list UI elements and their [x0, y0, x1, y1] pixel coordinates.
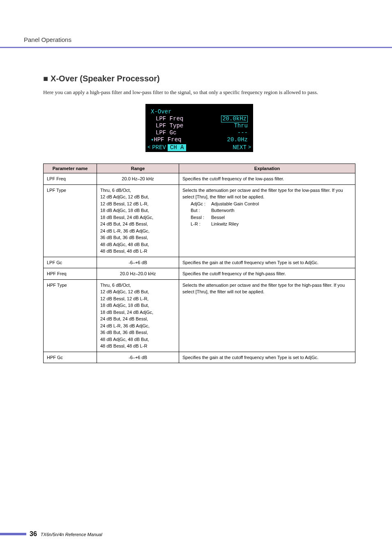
- lcd-label: LPF Type: [151, 122, 183, 129]
- lcd-value: Thru: [234, 122, 248, 129]
- footer-text: 36 TX6n/5n/4n Reference Manual: [30, 530, 102, 538]
- lcd-label: LPF Gc: [151, 129, 176, 136]
- lcd-value: ---: [238, 129, 248, 136]
- table-row: HPF Freq20.0 Hz–20.0 kHzSpecifies the cu…: [44, 268, 355, 280]
- table-row: LPF TypeThru, 6 dB/Oct,12 dB AdjGc, 12 d…: [44, 184, 355, 257]
- th-name: Parameter name: [44, 164, 97, 173]
- table-header-row: Parameter name Range Explanation: [44, 164, 355, 173]
- header-rule: [0, 47, 392, 48]
- lcd-row-1: LPF Type Thru: [148, 122, 251, 129]
- cell-name: LPF Type: [44, 184, 97, 257]
- section-title: ■X-Over (Speaker Processor): [43, 74, 355, 83]
- lcd-row-2: LPF Gc ---: [148, 129, 251, 136]
- bullet-square-icon: ■: [43, 74, 48, 83]
- section-intro: Here you can apply a high-pass filter an…: [43, 89, 355, 96]
- cell-explanation: Selects the attenuation per octave and t…: [179, 279, 355, 352]
- def-row: AdjGc :Adjustable Gain Control: [191, 200, 352, 207]
- chevron-left-icon: <: [148, 144, 150, 151]
- cell-range: 20.0 Hz–20 kHz: [97, 173, 179, 185]
- lcd-screen: X-Over LPF Freq 20.0kHz LPF Type Thru LP…: [145, 104, 253, 152]
- lcd-value: 20.0Hz: [227, 136, 248, 144]
- cell-name: HPF Gc: [44, 352, 97, 363]
- cell-range: Thru, 6 dB/Oct,12 dB AdjGc, 12 dB But,12…: [97, 279, 179, 352]
- def-row: Bessl :Bessel: [191, 214, 352, 221]
- lcd-title: X-Over: [151, 108, 171, 115]
- cell-range: 20.0 Hz–20.0 kHz: [97, 268, 179, 280]
- cell-range: -6–+6 dB: [97, 257, 179, 268]
- cell-name: LPF Freq: [44, 173, 97, 185]
- lcd-label: HPF Freq: [154, 136, 181, 143]
- cell-name: LPF Gc: [44, 257, 97, 268]
- th-explanation: Explanation: [179, 164, 355, 173]
- lcd-value: 20.0kHz: [221, 115, 248, 122]
- footer-bar: [0, 533, 26, 535]
- th-range: Range: [97, 164, 179, 173]
- lcd-prev: PREV: [150, 144, 168, 151]
- table-row: LPF Freq20.0 Hz–20 kHzSpecifies the cuto…: [44, 173, 355, 185]
- header-title: Panel Operations: [24, 36, 71, 43]
- chevron-right-icon: >: [248, 144, 251, 151]
- table-row: HPF Gc-6–+6 dBSpecifies the gain at the …: [44, 352, 355, 363]
- page-number: 36: [30, 530, 37, 537]
- page-header: Panel Operations: [24, 36, 368, 47]
- table-row: LPF Gc-6–+6 dBSpecifies the gain at the …: [44, 257, 355, 268]
- lcd-wrap: X-Over LPF Freq 20.0kHz LPF Type Thru LP…: [43, 104, 355, 152]
- cell-name: HPF Freq: [44, 268, 97, 280]
- table-row: HPF TypeThru, 6 dB/Oct,12 dB AdjGc, 12 d…: [44, 279, 355, 352]
- cell-explanation: Specifies the cutoff frequency of the hi…: [179, 268, 355, 280]
- def-row: But :Butterworth: [191, 207, 352, 214]
- cell-range: Thru, 6 dB/Oct,12 dB AdjGc, 12 dB But,12…: [97, 184, 179, 257]
- lcd-channel: CH A: [168, 144, 187, 151]
- doc-name: TX6n/5n/4n Reference Manual: [41, 532, 102, 537]
- section-title-text: X-Over (Speaker Processor): [51, 74, 160, 83]
- cell-explanation: Selects the attenuation per octave and t…: [179, 184, 355, 257]
- cell-explanation: Specifies the gain at the cutoff frequen…: [179, 257, 355, 268]
- cell-explanation: Specifies the gain at the cutoff frequen…: [179, 352, 355, 363]
- lcd-row-0: LPF Freq 20.0kHz: [148, 115, 251, 122]
- cell-explanation: Specifies the cutoff frequency of the lo…: [179, 173, 355, 185]
- lcd-row-3: ▾HPF Freq 20.0Hz: [148, 136, 251, 144]
- lcd-footer: < PREV CH A NEXT >: [148, 144, 251, 151]
- lcd-label: LPF Freq: [151, 115, 183, 122]
- def-row: L-R :Linkwitz Riley: [191, 221, 352, 228]
- cell-name: HPF Type: [44, 279, 97, 352]
- lcd-next: NEXT: [231, 144, 248, 151]
- lcd-title-row: X-Over: [148, 108, 251, 115]
- main-content: ■X-Over (Speaker Processor) Here you can…: [43, 74, 355, 363]
- parameter-table: Parameter name Range Explanation LPF Fre…: [43, 164, 355, 363]
- cell-range: -6–+6 dB: [97, 352, 179, 363]
